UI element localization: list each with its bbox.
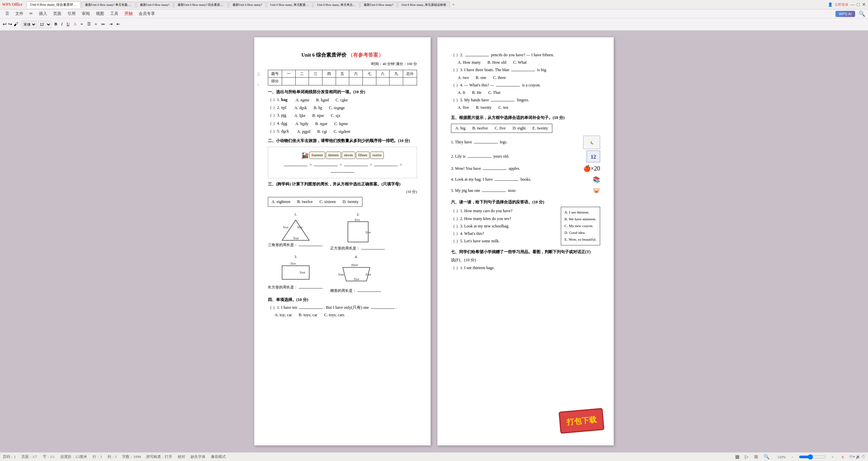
toolbar-format-painter[interactable]: 🖌 [14,22,18,27]
rq4-row: （ ）4. — What's this? — is a crayon. [451,82,600,88]
menu-page[interactable]: 页面 [51,10,64,17]
minimize-btn[interactable]: — [850,2,855,7]
add-icon[interactable]: + [257,81,260,89]
menu-vip[interactable]: 会员专享 [136,10,158,17]
trap-svg: three five four four [338,261,375,288]
window-controls: 👤 立即登录 — □ ✕ [828,2,866,7]
toolbar-outdent[interactable]: ⇤ [115,22,121,27]
tab-2[interactable]: 最新Unit 6 How many? [136,2,173,8]
tab-5[interactable]: Unit 6 How many_单元配套… [267,2,313,8]
drag-handle: ⠿ [257,71,260,79]
zoom-in-icon[interactable]: + [831,455,833,459]
toolbar-undo[interactable]: ↩ [3,21,7,27]
shapes-area: 1. five five four 三角形的周长是： 2. five five … [268,212,417,251]
toolbar-align-left[interactable]: ≡ [79,22,84,27]
view-normal-icon[interactable]: ▦ [735,454,739,460]
q4-row: （ ）4. dog A. body B. nose C. home [268,120,417,127]
svg-text:five: five [283,225,289,229]
toolbar-bold[interactable]: B [53,22,58,27]
s6q1: （ ）1. How many cars do you have? [451,208,554,214]
page-fraction: 页面：1/7 [21,454,37,459]
section2-title: 二、小动物们坐火车去旅游，请帮他们按数量从多到少的顺序排一排吧。(10 分) [268,138,417,144]
download-stamp[interactable]: 打包下载 [558,408,604,434]
maximize-btn[interactable]: □ [857,2,860,7]
toolbar-align-center[interactable]: ☰ [86,22,92,27]
toolbar-indent[interactable]: ⇥ [108,22,114,27]
car-fourteen: fourteen [309,152,325,159]
q3-row: （ ）3. pig A. like B. nine C. six [268,112,417,119]
tab-4[interactable]: 最新Unit 6 How many? [229,2,266,8]
status-icons: 中▾ 🔊 ⏱ [849,454,866,459]
s6q5: （ ）5. Let's have some milk. [451,238,554,244]
toolbar-align-right[interactable]: ≡ [94,22,99,27]
section3-points: (10 分) [268,189,417,195]
s5q1: 1. They have legs. 🐛 [451,136,600,149]
missing-font: 缺失字体 [191,454,205,459]
section5-title: 五、根据图片提示，从方框中选择合适的单词补全句子。(10 分) [451,115,600,121]
menu-view[interactable]: 视图 [93,10,107,17]
menu-review[interactable]: 审阅 [79,10,93,17]
train-engine-icon: 🚂 [301,151,309,160]
zoom-level: 110% [777,455,786,459]
rq3-options: A. two B. one C. three [458,75,600,81]
toolbar-italic[interactable]: I [60,22,64,27]
view-zoom-icon[interactable]: 🔍 [764,454,769,460]
tab-bar: Unit 6 How many_综合素质评价 (有… ✕ 最新Unit 6 Ho… [26,1,826,8]
tab-6[interactable]: Unit 6 How many_单元考点… [313,2,359,8]
svg-text:five: five [354,277,359,281]
section1-title: 一、选出与所给单词画线部分发音相同的一项。(10 分) [268,89,417,95]
s6q4: （ ）4. What's this? [451,230,554,237]
toolbar: ↩ ↪ 🖌 | 宋体 12 B I U A ≡ ☰ ≡ ≔ ⇥ ⇤ [0,18,868,31]
time-info: 时间：40 分钟 满分：100 分 [268,61,417,67]
triangle-svg: five five four [280,218,311,242]
menu-edit[interactable]: ✏ [27,11,36,17]
toolbar-color[interactable]: A [72,22,78,27]
svg-text:four: four [293,236,299,240]
col-info: 列：1 [107,454,117,459]
car-eleven: eleven [342,152,355,159]
section3-choices: A. eighteen B. twelve C. sixteen D. twen… [268,197,362,207]
tab-8[interactable]: Unit 6 How many_单元基础达标卷 [398,2,450,8]
menu-start[interactable]: 开始 [122,10,135,17]
new-tab-icon[interactable]: + [452,2,455,7]
view-read-icon[interactable]: ▷ [745,454,749,460]
top-bar: WPS Office Unit 6 How many_综合素质评价 (有… ✕ … [0,0,868,9]
close-btn[interactable]: ✕ [862,2,866,7]
score-table: 题号 一 二 三 四 五 六 七 八 九 总分 得分 [268,70,417,85]
menu-tools[interactable]: 工具 [107,10,121,17]
wps-status-icon: S [842,455,844,459]
svg-text:five: five [355,218,360,222]
search-icon[interactable]: 🔍 [859,11,865,17]
zoom-slider[interactable] [799,454,826,460]
toolbar-bullets[interactable]: ≔ [100,22,106,27]
register-btn[interactable]: 立即登录 [835,2,848,7]
shape4-trap: 4. three five four four 梯形的周长是： [330,254,382,294]
tab-3[interactable]: 最新Unit 6 How many? 综合素质提… [174,2,228,8]
section7-subtitle: 说(F)。(10 分) [451,257,600,263]
toolbar-underline[interactable]: U [65,22,71,27]
menu-hamburger[interactable]: ☰ [3,11,12,17]
rq4-options: A. It B. He C. That [458,89,600,96]
menu-insert[interactable]: 插入 [36,10,50,17]
zoom-out-icon[interactable]: − [791,455,793,459]
tab-1[interactable]: 最新Unit 6 How many? 单元专题… ✕ [81,2,136,8]
svg-text:four: four [338,273,344,276]
fontsize-select[interactable]: 12 [38,21,52,28]
toolbar-redo[interactable]: ↪ [8,21,12,27]
train-section: 🚂 fourteen thirteen eleven fifteen twelv… [268,147,417,178]
view-layout-icon[interactable]: ⊞ [754,454,758,460]
svg-rect-4 [348,222,368,242]
section7-title: 七、同学们给希望小学捐赠了一些学习用品。看图，判断下列句子或对话正(T) [451,249,600,255]
proofread-btn[interactable]: 校对 [178,454,185,459]
font-select[interactable]: 宋体 [22,21,37,28]
wps-logo: WPS Office [2,2,22,7]
shape1-triangle: 1. five five four 三角形的周长是： [268,212,323,251]
menu-file[interactable]: 文件 [13,10,26,17]
s6q2: （ ）2. How many kites do you see? [451,216,554,222]
rect-svg: five four [279,261,313,284]
menu-ref[interactable]: 引用 [65,10,78,17]
tab-7[interactable]: 最新Unit 6 How many? [360,2,397,8]
wps-ai-button[interactable]: WPS AI [835,11,855,17]
active-tab[interactable]: Unit 6 How many_综合素质评价 (有… ✕ [26,1,81,8]
tab-1-close-icon[interactable]: ✕ [133,3,136,6]
